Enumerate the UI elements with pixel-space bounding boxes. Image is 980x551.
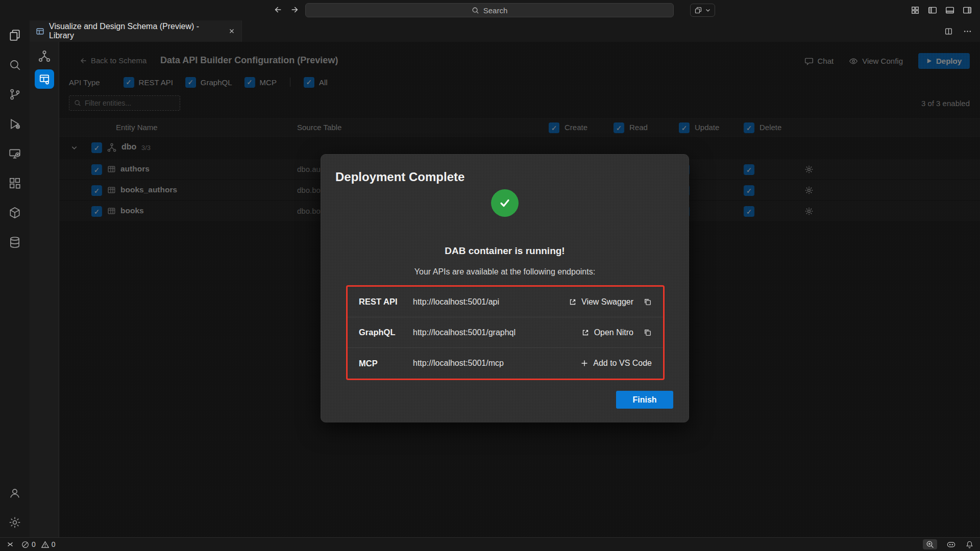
warning-count: 0 [52, 540, 56, 548]
view-swagger-link[interactable]: View Swagger [569, 297, 633, 307]
endpoint-action-label: Add to VS Code [593, 359, 652, 368]
copy-icon[interactable] [643, 297, 652, 306]
copy-icon[interactable] [643, 328, 652, 337]
customize-layout-icon[interactable] [911, 6, 920, 15]
endpoint-name: MCP [359, 359, 413, 368]
zoom-in-icon[interactable] [923, 539, 937, 549]
endpoints-box: REST API http://localhost:5001/api View … [346, 285, 665, 380]
statusbar-left: 0 0 [6, 540, 56, 548]
notifications-bell-icon[interactable] [965, 540, 974, 549]
remote-window-icon[interactable] [6, 540, 14, 548]
close-icon[interactable] [228, 28, 235, 35]
external-link-icon [581, 329, 590, 337]
modal-title: Deployment Complete [335, 170, 464, 184]
modal-subtitle: Your APIs are available at the following… [321, 267, 689, 277]
toggle-panel-icon[interactable] [945, 6, 954, 15]
copilot-menu-button[interactable] [690, 4, 715, 17]
account-icon[interactable] [0, 478, 30, 508]
statusbar-right [923, 539, 974, 549]
tab-bar: Visualize and Design Schema (Preview) - … [30, 20, 980, 42]
endpoint-name: REST API [359, 297, 413, 307]
package-icon[interactable] [0, 198, 30, 228]
remote-explorer-icon[interactable] [0, 139, 30, 168]
problems-indicator[interactable]: 0 0 [21, 540, 56, 548]
forward-arrow-icon[interactable] [291, 5, 300, 14]
dab-config-view-icon[interactable] [35, 69, 54, 89]
endpoint-action-label: View Swagger [581, 297, 633, 307]
endpoint-row-rest: REST API http://localhost:5001/api View … [348, 287, 663, 317]
source-control-icon[interactable] [0, 80, 30, 109]
toggle-sidebar-left-icon[interactable] [928, 6, 937, 15]
settings-gear-icon[interactable] [0, 508, 30, 537]
split-editor-icon[interactable] [944, 27, 953, 36]
database-icon[interactable] [0, 228, 30, 257]
add-to-vscode-link[interactable]: Add to VS Code [580, 359, 652, 368]
extension-view-strip [30, 42, 59, 537]
titlebar: Search [0, 0, 980, 20]
search-icon [472, 7, 479, 14]
schema-view-icon[interactable] [38, 50, 51, 62]
toggle-sidebar-right-icon[interactable] [963, 6, 972, 15]
error-count: 0 [32, 540, 36, 548]
tabbar-actions [944, 20, 972, 42]
tab-title: Visualize and Design Schema (Preview) - … [49, 22, 224, 40]
schema-designer-tab-icon [36, 27, 44, 36]
dab-configuration-view: Back to Schema Data API Builder Configur… [59, 42, 980, 537]
endpoint-url: http://localhost:5001/graphql [413, 328, 581, 337]
endpoint-action-label: Open Nitro [594, 328, 633, 337]
status-bar: 0 0 [0, 537, 980, 551]
endpoint-name: GraphQL [359, 328, 413, 337]
command-center-search[interactable]: Search [305, 3, 674, 17]
run-debug-icon[interactable] [0, 109, 30, 139]
layers-icon [694, 6, 702, 14]
deployment-complete-modal: Deployment Complete DAB container is run… [321, 154, 689, 422]
copilot-icon[interactable] [946, 540, 956, 549]
chevron-down-icon [705, 7, 711, 13]
endpoint-row-graphql: GraphQL http://localhost:5001/graphql Op… [348, 317, 663, 348]
extensions-icon[interactable] [0, 168, 30, 198]
open-nitro-link[interactable]: Open Nitro [581, 328, 633, 337]
explorer-icon[interactable] [0, 20, 30, 50]
success-check-icon [491, 189, 519, 217]
search-label: Search [483, 6, 508, 15]
tab-schema-designer[interactable]: Visualize and Design Schema (Preview) - … [30, 20, 242, 42]
activity-bar [0, 20, 30, 537]
search-view-icon[interactable] [0, 50, 30, 80]
back-arrow-icon[interactable] [273, 5, 282, 14]
endpoint-url: http://localhost:5001/mcp [413, 359, 580, 368]
finish-button[interactable]: Finish [616, 391, 673, 409]
error-icon [21, 541, 29, 548]
endpoint-row-mcp: MCP http://localhost:5001/mcp Add to VS … [348, 348, 663, 379]
modal-status-text: DAB container is running! [321, 245, 689, 257]
plus-icon [580, 359, 589, 367]
ellipsis-icon[interactable] [963, 27, 972, 36]
external-link-icon [569, 298, 577, 306]
layout-controls [911, 6, 972, 15]
nav-arrows [273, 5, 300, 14]
warning-icon [41, 541, 49, 548]
endpoint-url: http://localhost:5001/api [413, 297, 569, 307]
